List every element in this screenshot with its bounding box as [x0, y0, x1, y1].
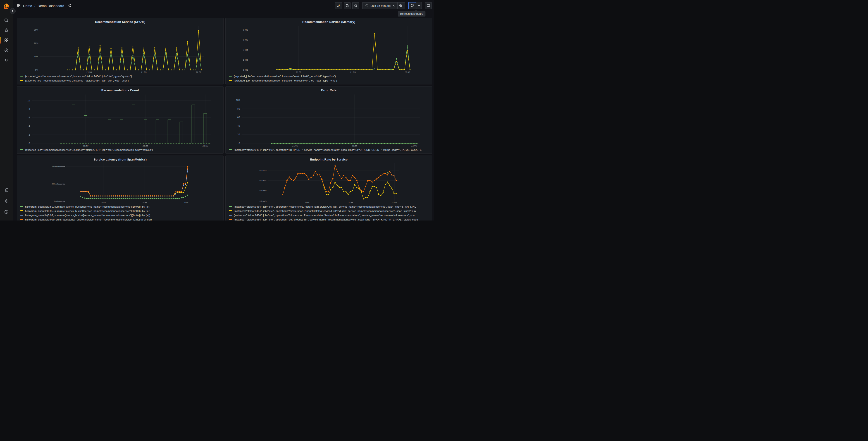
panel-legend: {exported_job="recommendationservice", i…	[20, 148, 221, 152]
toolbar: Last 15 minutes	[335, 2, 432, 9]
panel-service-latency: Service Latency (from SpanMetrics) 21:50…	[17, 155, 223, 220]
legend-swatch	[20, 215, 23, 215]
add-panel-button[interactable]	[335, 2, 342, 9]
breadcrumb-folder[interactable]: Demo	[23, 4, 32, 8]
chevron-down-icon	[418, 4, 420, 7]
legend-item[interactable]: histogram_quantile(0.50, sum(rate(latenc…	[20, 205, 221, 209]
svg-text:6 MB: 6 MB	[243, 38, 248, 41]
panel-title[interactable]: Recommendations Count	[19, 88, 221, 93]
chevron-down-icon	[393, 4, 396, 7]
svg-text:21:55: 21:55	[143, 202, 147, 204]
legend-item[interactable]: {exported_job="recommendationservice", i…	[229, 79, 430, 83]
share-dashboard-icon[interactable]	[67, 4, 71, 7]
svg-text:21:50: 21:50	[296, 71, 301, 74]
legend-swatch	[229, 210, 232, 211]
save-dashboard-button[interactable]	[344, 2, 350, 9]
legend-item[interactable]: {instance="otelcol:9464", job="otel", op…	[229, 209, 430, 213]
legend-item[interactable]: {instance="otelcol:9464", job="otel", op…	[229, 205, 430, 209]
svg-text:2 MB: 2 MB	[243, 59, 248, 61]
legend-swatch	[229, 206, 232, 207]
svg-text:400 milliseconds: 400 milliseconds	[52, 166, 65, 168]
legend-item[interactable]: {exported_job="recommendationservice", i…	[229, 74, 430, 79]
svg-text:20: 20	[237, 133, 240, 136]
refresh-icon	[410, 4, 414, 7]
sidebar-item-alerting[interactable]	[2, 55, 11, 65]
chart-service-latency[interactable]: 21:5021:5522:000 milliseconds200 millise…	[19, 162, 221, 204]
clock-icon	[365, 4, 369, 7]
svg-text:22:00: 22:00	[184, 202, 188, 204]
svg-text:0 milliseconds: 0 milliseconds	[54, 200, 65, 202]
sidebar-bottom	[2, 185, 11, 217]
svg-text:21:55: 21:55	[350, 71, 356, 74]
bell-icon	[4, 58, 9, 62]
legend-label: {instance="otelcol:9464", job="otel", op…	[234, 218, 420, 220]
star-icon	[4, 28, 9, 33]
legend-item[interactable]: {exported_job="recommendationservice", i…	[20, 74, 221, 79]
time-range-picker[interactable]: Last 15 minutes	[363, 2, 397, 9]
legend-item[interactable]: histogram_quantile(0.99, sum(rate(latenc…	[20, 213, 221, 217]
sidebar-item-explore[interactable]	[2, 45, 11, 55]
chart-recommendations-count[interactable]: 21:5021:5522:000246810	[19, 93, 221, 147]
panel-title[interactable]: Error Rate	[228, 88, 430, 93]
legend-label: histogram_quantile(0.999, sum(rate(laten…	[25, 218, 152, 220]
chart-error-rate[interactable]: 21:5021:5522:00020406080100	[228, 93, 430, 147]
search-icon	[4, 18, 9, 23]
legend-item[interactable]: {exported_job="recommendationservice", i…	[20, 148, 221, 152]
legend-label: histogram_quantile(0.99, sum(rate(latenc…	[25, 214, 150, 217]
legend-swatch	[20, 76, 23, 77]
svg-text:0.3 req/s: 0.3 req/s	[259, 169, 267, 171]
legend-item[interactable]: histogram_quantile(0.999, sum(rate(laten…	[20, 217, 221, 220]
legend-item[interactable]: histogram_quantile(0.95, sum(rate(latenc…	[20, 209, 221, 213]
refresh-button[interactable]	[408, 2, 416, 9]
svg-text:20%: 20%	[34, 42, 38, 45]
svg-text:2: 2	[29, 133, 30, 136]
legend-label: histogram_quantile(0.50, sum(rate(latenc…	[25, 205, 150, 208]
sidebar-item-starred[interactable]	[2, 25, 11, 35]
legend-item[interactable]: {instance="otelcol:9464", job="otel", op…	[229, 213, 430, 217]
dashboard-settings-button[interactable]	[352, 2, 359, 9]
panel-title[interactable]: Service Latency (from SpanMetrics)	[19, 157, 221, 162]
legend-item[interactable]: {exported_job="recommendationservice", i…	[20, 79, 221, 83]
cycle-view-mode-button[interactable]	[425, 2, 432, 9]
chart-recommendation-memory[interactable]: 21:5021:5522:000 MB2 MB4 MB6 MB8 MB	[228, 24, 430, 74]
refresh-interval-dropdown[interactable]	[416, 2, 422, 9]
legend-swatch	[20, 219, 23, 220]
refresh-group: Refresh dashboard	[408, 2, 422, 9]
legend-swatch	[20, 206, 23, 207]
grafana-logo-icon[interactable]	[2, 3, 10, 10]
panel-title[interactable]: Recommendation Service (CPU%)	[19, 20, 221, 24]
sidebar-item-settings[interactable]	[2, 196, 11, 206]
legend-item[interactable]: {instance="otelcol:9464", job="otel", op…	[229, 148, 430, 152]
legend-item[interactable]: {instance="otelcol:9464", job="otel", op…	[229, 217, 430, 220]
sidebar-nav	[2, 16, 11, 65]
save-icon	[345, 4, 349, 7]
sidebar-item-dashboards[interactable]	[2, 35, 11, 45]
sidebar-item-search[interactable]	[2, 16, 11, 25]
chart-recommendation-cpu[interactable]: 21:5021:5522:000%10%20%30%	[19, 24, 221, 74]
svg-text:10: 10	[27, 99, 30, 101]
panel-legend: {exported_job="recommendationservice", i…	[20, 74, 221, 83]
help-circle-icon	[4, 210, 9, 214]
panel-title[interactable]: Recommendation Service (Memory)	[228, 20, 430, 24]
panel-error-rate: Error Rate 21:5021:5522:00020406080100 {…	[225, 86, 432, 154]
svg-text:80: 80	[237, 108, 240, 110]
breadcrumb-dashboard-title[interactable]: Demo Dashboard	[37, 4, 64, 8]
compass-icon	[4, 48, 9, 53]
svg-text:0.2 req/s: 0.2 req/s	[259, 179, 267, 182]
zoom-out-button[interactable]	[398, 2, 404, 9]
svg-text:22:00: 22:00	[392, 202, 397, 204]
grafana-app: Demo / Demo Dashboard	[0, 0, 434, 220]
active-indicator	[0, 37, 1, 44]
svg-text:0.1 req/s: 0.1 req/s	[259, 190, 267, 192]
dashboard-canvas: Recommendation Service (CPU%) 21:5021:55…	[13, 11, 434, 220]
panel-legend: {instance="otelcol:9464", job="otel", op…	[229, 148, 430, 152]
sidebar-expand-button[interactable]	[10, 8, 16, 14]
refresh-tooltip: Refresh dashboard	[398, 11, 425, 17]
legend-label: {exported_job="recommendationservice", i…	[25, 148, 153, 151]
panel-title[interactable]: Endpoint Rate by Service	[228, 157, 430, 162]
chart-endpoint-rate[interactable]: 21:5021:5522:000.0 req/s0.1 req/s0.2 req…	[228, 162, 430, 204]
sidebar-item-sign-in[interactable]	[2, 185, 11, 196]
sidebar-item-help[interactable]	[2, 206, 11, 217]
legend-label: {exported_job="recommendationservice", i…	[25, 79, 129, 82]
grafana-flame-icon	[3, 3, 10, 10]
